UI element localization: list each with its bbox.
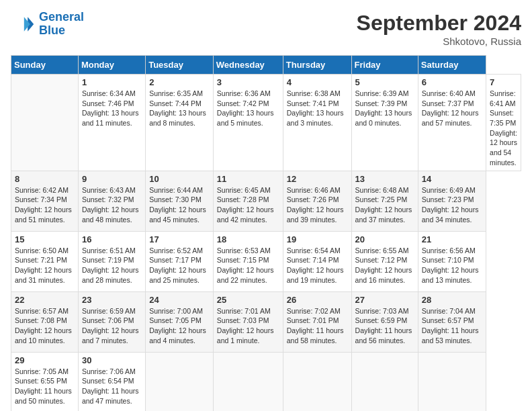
day-number: 9 — [82, 174, 142, 184]
day-info: Sunrise: 6:43 AMSunset: 7:32 PMDaylight:… — [82, 185, 142, 225]
calendar-cell: 19Sunrise: 6:54 AMSunset: 7:14 PMDayligh… — [283, 231, 351, 291]
day-header-monday: Monday — [78, 56, 145, 75]
calendar-cell — [418, 352, 486, 411]
calendar-cell: 18Sunrise: 6:53 AMSunset: 7:15 PMDayligh… — [213, 231, 283, 291]
day-header-sunday: Sunday — [11, 56, 79, 75]
week-row-5: 29Sunrise: 7:05 AMSunset: 6:55 PMDayligh… — [11, 352, 521, 411]
day-number: 28 — [422, 295, 482, 305]
calendar-cell: 2Sunrise: 6:35 AMSunset: 7:44 PMDaylight… — [146, 75, 214, 171]
day-number: 6 — [422, 77, 482, 87]
calendar-cell — [146, 352, 214, 411]
location: Shkotovo, Russia — [357, 36, 521, 47]
day-number: 7 — [490, 77, 517, 87]
day-info: Sunrise: 6:49 AMSunset: 7:23 PMDaylight:… — [422, 185, 482, 225]
day-info: Sunrise: 6:34 AMSunset: 7:46 PMDaylight:… — [82, 89, 142, 128]
day-number: 21 — [422, 234, 482, 244]
day-number: 11 — [217, 174, 279, 184]
calendar-cell: 10Sunrise: 6:44 AMSunset: 7:30 PMDayligh… — [146, 171, 214, 231]
day-info: Sunrise: 7:02 AMSunset: 7:01 PMDaylight:… — [287, 306, 348, 346]
calendar-cell: 26Sunrise: 7:02 AMSunset: 7:01 PMDayligh… — [283, 291, 351, 352]
calendar-cell: 23Sunrise: 6:59 AMSunset: 7:06 PMDayligh… — [78, 291, 145, 352]
day-number: 22 — [15, 295, 75, 305]
day-number: 15 — [15, 234, 75, 244]
day-info: Sunrise: 7:03 AMSunset: 6:59 PMDaylight:… — [355, 306, 414, 346]
day-info: Sunrise: 6:50 AMSunset: 7:21 PMDaylight:… — [15, 246, 75, 285]
days-header-row: SundayMondayTuesdayWednesdayThursdayFrid… — [11, 56, 521, 75]
day-header-saturday: Saturday — [418, 56, 486, 75]
calendar-table: SundayMondayTuesdayWednesdayThursdayFrid… — [11, 55, 521, 411]
day-number: 20 — [355, 234, 414, 244]
logo: General Blue — [11, 11, 84, 38]
day-info: Sunrise: 7:00 AMSunset: 7:05 PMDaylight:… — [149, 306, 210, 346]
month-title: September 2024 — [357, 11, 521, 36]
calendar-cell — [11, 75, 79, 171]
title-block: September 2024 Shkotovo, Russia — [357, 11, 521, 47]
day-info: Sunrise: 6:59 AMSunset: 7:06 PMDaylight:… — [82, 306, 142, 346]
day-info: Sunrise: 6:39 AMSunset: 7:39 PMDaylight:… — [355, 89, 414, 128]
day-number: 4 — [287, 77, 348, 87]
day-number: 24 — [149, 295, 210, 305]
day-info: Sunrise: 6:40 AMSunset: 7:37 PMDaylight:… — [422, 89, 482, 128]
day-info: Sunrise: 6:48 AMSunset: 7:25 PMDaylight:… — [355, 185, 414, 225]
calendar-cell: 8Sunrise: 6:42 AMSunset: 7:34 PMDaylight… — [11, 171, 79, 231]
day-number: 18 — [217, 234, 279, 244]
day-number: 27 — [355, 295, 414, 305]
calendar-cell — [283, 352, 351, 411]
day-info: Sunrise: 7:06 AMSunset: 6:54 PMDaylight:… — [82, 367, 142, 406]
calendar-cell: 30Sunrise: 7:06 AMSunset: 6:54 PMDayligh… — [78, 352, 145, 411]
logo-text: General Blue — [39, 11, 84, 38]
day-info: Sunrise: 7:05 AMSunset: 6:55 PMDaylight:… — [15, 367, 75, 406]
page-header: General Blue September 2024 Shkotovo, Ru… — [11, 11, 521, 47]
day-number: 13 — [355, 174, 414, 184]
calendar-cell: 5Sunrise: 6:39 AMSunset: 7:39 PMDaylight… — [351, 75, 418, 171]
day-number: 1 — [82, 77, 142, 87]
day-number: 12 — [287, 174, 348, 184]
calendar-cell: 9Sunrise: 6:43 AMSunset: 7:32 PMDaylight… — [78, 171, 145, 231]
week-row-2: 8Sunrise: 6:42 AMSunset: 7:34 PMDaylight… — [11, 171, 521, 231]
logo-icon — [11, 12, 35, 36]
day-header-tuesday: Tuesday — [146, 56, 214, 75]
calendar-cell — [351, 352, 418, 411]
day-info: Sunrise: 6:55 AMSunset: 7:12 PMDaylight:… — [355, 246, 414, 285]
day-number: 23 — [82, 295, 142, 305]
calendar-cell: 4Sunrise: 6:38 AMSunset: 7:41 PMDaylight… — [283, 75, 351, 171]
calendar-cell: 15Sunrise: 6:50 AMSunset: 7:21 PMDayligh… — [11, 231, 79, 291]
calendar-cell: 20Sunrise: 6:55 AMSunset: 7:12 PMDayligh… — [351, 231, 418, 291]
calendar-cell: 3Sunrise: 6:36 AMSunset: 7:42 PMDaylight… — [213, 75, 283, 171]
calendar-cell — [213, 352, 283, 411]
day-info: Sunrise: 6:42 AMSunset: 7:34 PMDaylight:… — [15, 185, 75, 225]
day-info: Sunrise: 6:56 AMSunset: 7:10 PMDaylight:… — [422, 246, 482, 285]
calendar-cell: 25Sunrise: 7:01 AMSunset: 7:03 PMDayligh… — [213, 291, 283, 352]
calendar-cell: 29Sunrise: 7:05 AMSunset: 6:55 PMDayligh… — [11, 352, 79, 411]
day-info: Sunrise: 7:04 AMSunset: 6:57 PMDaylight:… — [422, 306, 482, 346]
day-header-thursday: Thursday — [283, 56, 351, 75]
day-info: Sunrise: 6:38 AMSunset: 7:41 PMDaylight:… — [287, 89, 348, 128]
calendar-cell: 16Sunrise: 6:51 AMSunset: 7:19 PMDayligh… — [78, 231, 145, 291]
calendar-cell: 22Sunrise: 6:57 AMSunset: 7:08 PMDayligh… — [11, 291, 79, 352]
day-number: 10 — [149, 174, 210, 184]
day-info: Sunrise: 7:01 AMSunset: 7:03 PMDaylight:… — [217, 306, 279, 346]
week-row-1: 1Sunrise: 6:34 AMSunset: 7:46 PMDaylight… — [11, 75, 521, 171]
calendar-cell: 1Sunrise: 6:34 AMSunset: 7:46 PMDaylight… — [78, 75, 145, 171]
calendar-cell: 11Sunrise: 6:45 AMSunset: 7:28 PMDayligh… — [213, 171, 283, 231]
day-number: 3 — [217, 77, 279, 87]
week-row-4: 22Sunrise: 6:57 AMSunset: 7:08 PMDayligh… — [11, 291, 521, 352]
day-number: 14 — [422, 174, 482, 184]
day-number: 29 — [15, 355, 75, 365]
day-info: Sunrise: 6:51 AMSunset: 7:19 PMDaylight:… — [82, 246, 142, 285]
day-number: 25 — [217, 295, 279, 305]
day-info: Sunrise: 6:35 AMSunset: 7:44 PMDaylight:… — [149, 89, 210, 128]
calendar-cell: 21Sunrise: 6:56 AMSunset: 7:10 PMDayligh… — [418, 231, 486, 291]
day-number: 26 — [287, 295, 348, 305]
day-number: 16 — [82, 234, 142, 244]
day-info: Sunrise: 6:54 AMSunset: 7:14 PMDaylight:… — [287, 246, 348, 285]
calendar-cell: 7Sunrise: 6:41 AMSunset: 7:35 PMDaylight… — [486, 75, 521, 171]
day-number: 17 — [149, 234, 210, 244]
calendar-cell: 24Sunrise: 7:00 AMSunset: 7:05 PMDayligh… — [146, 291, 214, 352]
day-header-friday: Friday — [351, 56, 418, 75]
day-number: 19 — [287, 234, 348, 244]
day-info: Sunrise: 6:36 AMSunset: 7:42 PMDaylight:… — [217, 89, 279, 128]
day-info: Sunrise: 6:44 AMSunset: 7:30 PMDaylight:… — [149, 185, 210, 225]
day-info: Sunrise: 6:45 AMSunset: 7:28 PMDaylight:… — [217, 185, 279, 225]
calendar-cell: 17Sunrise: 6:52 AMSunset: 7:17 PMDayligh… — [146, 231, 214, 291]
